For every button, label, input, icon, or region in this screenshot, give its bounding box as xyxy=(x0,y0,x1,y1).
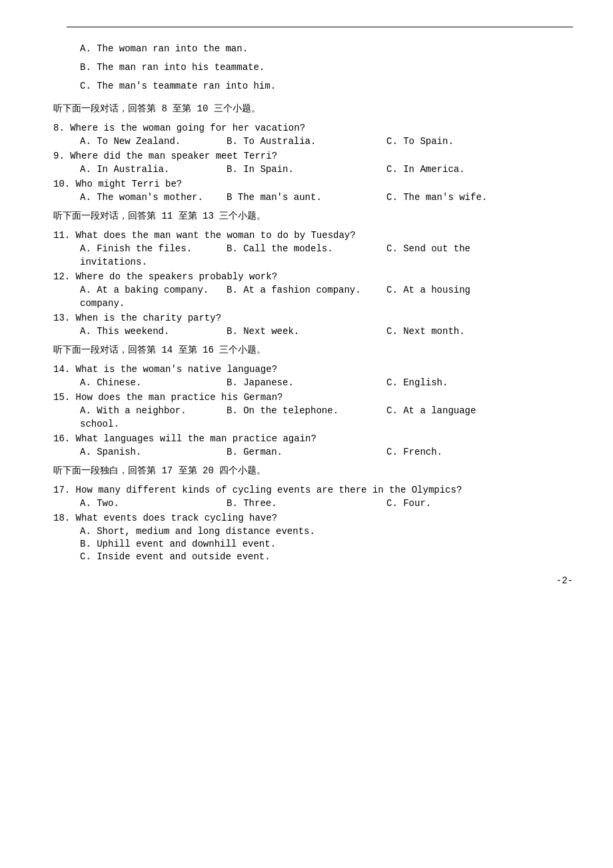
instruction-11-13: 听下面一段对话，回答第 11 至第 13 三个小题。 xyxy=(53,208,573,225)
question-8: 8. Where is the woman going for her vaca… xyxy=(53,123,573,133)
q15-option-b: B. On the telephone. xyxy=(227,405,386,416)
question-12: 12. Where do the speakers probably work? xyxy=(53,271,573,282)
question-18-block: 18. What events does track cycling have?… xyxy=(53,513,573,562)
q16-option-c: C. French. xyxy=(386,447,573,457)
question-10-block: 10. Who might Terri be? A. The woman's m… xyxy=(53,179,573,203)
question-10: 10. Who might Terri be? xyxy=(53,179,573,189)
q14-option-b: B. Japanese. xyxy=(227,377,386,388)
instruction-text-14-16: 听下面一段对话，回答第 14 至第 16 三个小题。 xyxy=(53,342,573,359)
q11-continuation: invitations. xyxy=(53,257,573,267)
question-14: 14. What is the woman's native language? xyxy=(53,364,573,375)
question-16-block: 16. What languages will the man practice… xyxy=(53,433,573,457)
q17-option-b: B. Three. xyxy=(227,498,386,509)
question-9: 9. Where did the man speaker meet Terri? xyxy=(53,151,573,161)
option-c-teammate: C. The man's teammate ran into him. xyxy=(53,78,573,95)
question-9-block: 9. Where did the man speaker meet Terri?… xyxy=(53,151,573,175)
q15-options: A. With a neighbor. B. On the telephone.… xyxy=(53,405,573,416)
q14-options: A. Chinese. B. Japanese. C. English. xyxy=(53,377,573,388)
q18-option-a: A. Short, medium and long distance event… xyxy=(53,526,573,537)
q11-option-b: B. Call the models. xyxy=(227,243,386,254)
q13-option-c: C. Next month. xyxy=(386,326,573,337)
q8-option-c: C. To Spain. xyxy=(386,136,573,147)
q8-options: A. To New Zealand. B. To Australia. C. T… xyxy=(53,136,573,147)
q15-continuation: school. xyxy=(53,419,573,429)
question-15-block: 15. How does the man practice his German… xyxy=(53,392,573,429)
question-15: 15. How does the man practice his German… xyxy=(53,392,573,403)
q12-continuation: company. xyxy=(53,298,573,309)
q14-option-a: A. Chinese. xyxy=(80,377,227,388)
page-number-container: -2- xyxy=(53,575,573,586)
question-11-block: 11. What does the man want the woman to … xyxy=(53,230,573,267)
q17-options: A. Two. B. Three. C. Four. xyxy=(53,498,573,509)
q12-options: A. At a baking company. B. At a fashion … xyxy=(53,285,573,295)
instruction-text-17-20: 听下面一段独白，回答第 17 至第 20 四个小题。 xyxy=(53,463,573,479)
question-14-block: 14. What is the woman's native language?… xyxy=(53,364,573,388)
q10-option-c: C. The man's wife. xyxy=(386,192,573,203)
q11-option-a: A. Finish the files. xyxy=(80,243,227,254)
question-13: 13. When is the charity party? xyxy=(53,313,573,323)
q16-options: A. Spanish. B. German. C. French. xyxy=(53,447,573,457)
question-11: 11. What does the man want the woman to … xyxy=(53,230,573,241)
question-17: 17. How many different kinds of cycling … xyxy=(53,485,573,495)
q10-option-a: A. The woman's mother. xyxy=(80,192,227,203)
q8-option-b: B. To Australia. xyxy=(227,136,386,147)
q15-option-a: A. With a neighbor. xyxy=(80,405,227,416)
instruction-text-8-10: 听下面一段对话，回答第 8 至第 10 三个小题。 xyxy=(53,101,573,117)
q15-option-c: C. At a language xyxy=(386,405,573,416)
instruction-17-20: 听下面一段独白，回答第 17 至第 20 四个小题。 xyxy=(53,463,573,479)
q16-option-b: B. German. xyxy=(227,447,386,457)
q17-option-a: A. Two. xyxy=(80,498,227,509)
q16-option-a: A. Spanish. xyxy=(80,447,227,457)
q12-option-a: A. At a baking company. xyxy=(80,285,227,295)
q10-options: A. The woman's mother. B The man's aunt.… xyxy=(53,192,573,203)
question-8-block: 8. Where is the woman going for her vaca… xyxy=(53,123,573,147)
q13-option-a: A. This weekend. xyxy=(80,326,227,337)
q11-options: A. Finish the files. B. Call the models.… xyxy=(53,243,573,254)
q8-option-a: A. To New Zealand. xyxy=(80,136,227,147)
question-16: 16. What languages will the man practice… xyxy=(53,433,573,444)
q17-option-c: C. Four. xyxy=(386,498,573,509)
pre-section-options: A. The woman ran into the man. B. The ma… xyxy=(53,41,573,95)
q13-options: A. This weekend. B. Next week. C. Next m… xyxy=(53,326,573,337)
q12-option-c: C. At a housing xyxy=(386,285,573,295)
instruction-8-10: 听下面一段对话，回答第 8 至第 10 三个小题。 xyxy=(53,101,573,117)
option-a-woman-ran: A. The woman ran into the man. xyxy=(53,41,573,57)
q18-option-b: B. Uphill event and downhill event. xyxy=(53,539,573,549)
question-17-block: 17. How many different kinds of cycling … xyxy=(53,485,573,509)
instruction-14-16: 听下面一段对话，回答第 14 至第 16 三个小题。 xyxy=(53,342,573,359)
page-number: -2- xyxy=(556,575,573,586)
question-18: 18. What events does track cycling have? xyxy=(53,513,573,523)
q9-option-b: B. In Spain. xyxy=(227,164,386,175)
q12-option-b: B. At a fashion company. xyxy=(227,285,386,295)
page-container: A. The woman ran into the man. B. The ma… xyxy=(53,27,573,586)
q9-option-a: A. In Australia. xyxy=(80,164,227,175)
q9-options: A. In Australia. B. In Spain. C. In Amer… xyxy=(53,164,573,175)
option-b-man-ran: B. The man ran into his teammate. xyxy=(53,59,573,76)
q14-option-c: C. English. xyxy=(386,377,573,388)
q10-option-b: B The man's aunt. xyxy=(227,192,386,203)
top-divider-line xyxy=(67,27,573,27)
question-12-block: 12. Where do the speakers probably work?… xyxy=(53,271,573,309)
q18-option-c: C. Inside event and outside event. xyxy=(53,551,573,562)
q11-option-c: C. Send out the xyxy=(386,243,573,254)
q13-option-b: B. Next week. xyxy=(227,326,386,337)
question-13-block: 13. When is the charity party? A. This w… xyxy=(53,313,573,337)
instruction-text-11-13: 听下面一段对话，回答第 11 至第 13 三个小题。 xyxy=(53,208,573,225)
q9-option-c: C. In America. xyxy=(386,164,573,175)
